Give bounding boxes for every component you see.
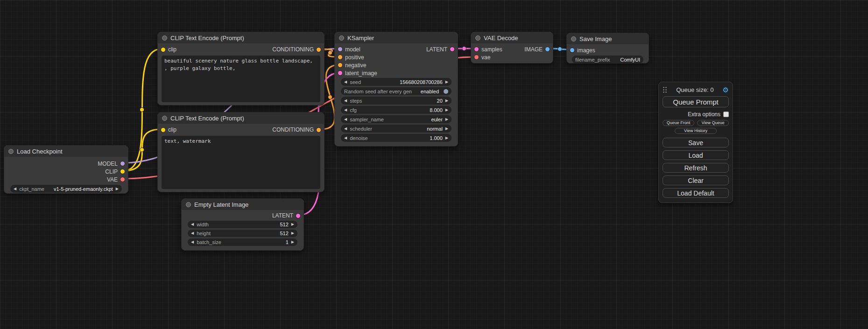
save-button[interactable]: Save <box>663 138 729 147</box>
input-slot-latent-image[interactable] <box>338 71 342 75</box>
queue-front-button[interactable]: Queue Front <box>663 120 694 126</box>
node-title-bar[interactable]: KSampler <box>335 32 458 43</box>
collapse-dot[interactable] <box>339 35 344 41</box>
widget-value: 512 <box>280 222 288 227</box>
node-title-bar[interactable]: CLIP Text Encode (Prompt) <box>158 112 324 124</box>
input-slot-negative[interactable] <box>338 63 342 67</box>
refresh-button[interactable]: Refresh <box>663 163 729 173</box>
random-seed-toggle-widget[interactable]: Random seed after every gen enabled <box>341 87 452 95</box>
output-slot-clip[interactable] <box>120 169 125 174</box>
cfg-widget[interactable]: ◀ cfg 8.000 ▶ <box>341 106 452 114</box>
decrement-arrow-icon[interactable]: ◀ <box>344 99 347 103</box>
node-title-bar[interactable]: Load Checkpoint <box>4 146 128 157</box>
output-slot-conditioning[interactable] <box>317 48 321 52</box>
output-label-conditioning: CONDITIONING <box>272 46 314 53</box>
steps-widget[interactable]: ◀ steps 20 ▶ <box>341 97 452 105</box>
seed-widget[interactable]: ◀ seed 156680208700286 ▶ <box>341 78 452 86</box>
increment-arrow-icon[interactable]: ▶ <box>445 127 448 131</box>
link-midpoint-dot[interactable] <box>558 47 562 51</box>
drag-handle-icon[interactable] <box>663 86 667 93</box>
link-midpoint-dot[interactable] <box>140 148 144 152</box>
collapse-dot[interactable] <box>186 202 191 207</box>
node-title-bar[interactable]: VAE Decode <box>471 32 553 43</box>
node-ksampler[interactable]: KSampler model LATENT positive negative <box>334 32 458 147</box>
increment-arrow-icon[interactable]: ▶ <box>445 108 448 112</box>
extra-options-label: Extra options <box>688 111 720 118</box>
decrement-arrow-icon[interactable]: ◀ <box>344 80 347 84</box>
batch-size-widget[interactable]: ◀ batch_size 1 ▶ <box>188 238 297 246</box>
toggle-dot[interactable] <box>444 89 448 94</box>
ckpt-name-widget[interactable]: ◀ ckpt_name v1-5-pruned-emaonly.ckpt ▶ <box>10 185 122 193</box>
decrement-arrow-icon[interactable]: ◀ <box>344 108 347 112</box>
output-slot-latent[interactable] <box>296 214 300 218</box>
decrement-arrow-icon[interactable]: ◀ <box>191 240 194 244</box>
link-midpoint-dot[interactable] <box>140 108 144 112</box>
scheduler-widget[interactable]: ◀ scheduler normal ▶ <box>341 125 452 133</box>
input-slot-clip[interactable] <box>161 48 165 52</box>
height-widget[interactable]: ◀ height 512 ▶ <box>188 230 297 237</box>
queue-prompt-button[interactable]: Queue Prompt <box>663 96 729 107</box>
input-label-vae: vae <box>481 54 490 61</box>
decrement-arrow-icon[interactable]: ◀ <box>344 127 347 131</box>
decrement-arrow-icon[interactable]: ◀ <box>191 231 194 235</box>
link-midpoint-dot[interactable] <box>462 47 466 51</box>
increment-arrow-icon[interactable]: ▶ <box>445 136 448 140</box>
view-history-button[interactable]: View History <box>675 128 717 134</box>
input-slot-model[interactable] <box>338 47 342 51</box>
output-slot-conditioning[interactable] <box>317 128 321 132</box>
width-widget[interactable]: ◀ width 512 ▶ <box>188 221 297 228</box>
increment-arrow-icon[interactable]: ▶ <box>291 231 294 235</box>
decrement-arrow-icon[interactable]: ◀ <box>344 136 347 140</box>
collapse-dot[interactable] <box>475 35 480 41</box>
node-clip-text-encode-negative[interactable]: CLIP Text Encode (Prompt) clip CONDITION… <box>157 112 325 192</box>
increment-arrow-icon[interactable]: ▶ <box>445 118 448 121</box>
output-slot-model[interactable] <box>120 161 125 166</box>
node-title-bar[interactable]: Empty Latent Image <box>182 199 303 210</box>
decrement-arrow-icon[interactable]: ◀ <box>14 187 16 191</box>
node-load-checkpoint[interactable]: Load Checkpoint MODEL CLIP VAE ◀ ckpt_na… <box>4 145 128 194</box>
settings-gear-icon[interactable]: ⚙ <box>723 86 729 93</box>
load-default-button[interactable]: Load Default <box>663 188 729 198</box>
widget-name: height <box>197 231 211 236</box>
node-title-bar[interactable]: Save Image <box>567 33 649 44</box>
node-empty-latent-image[interactable]: Empty Latent Image LATENT ◀ width 512 ▶ … <box>181 198 304 251</box>
positive-prompt-textarea[interactable]: beautiful scenery nature glass bottle la… <box>162 56 320 102</box>
input-slot-images[interactable] <box>570 48 574 52</box>
increment-arrow-icon[interactable]: ▶ <box>116 187 119 191</box>
increment-arrow-icon[interactable]: ▶ <box>291 240 294 244</box>
input-slot-positive[interactable] <box>338 55 342 59</box>
output-slot-image[interactable] <box>545 47 550 51</box>
input-slot-clip[interactable] <box>161 128 165 132</box>
collapse-dot[interactable] <box>571 36 576 42</box>
extra-options-checkbox[interactable] <box>723 112 729 117</box>
widget-name: seed <box>350 79 361 85</box>
filename-prefix-widget[interactable]: filename_prefix ComfyUI <box>572 56 643 63</box>
collapse-dot[interactable] <box>162 35 167 41</box>
output-slot-latent[interactable] <box>450 47 454 51</box>
collapse-dot[interactable] <box>162 116 167 121</box>
input-slot-vae[interactable] <box>474 55 479 59</box>
increment-arrow-icon[interactable]: ▶ <box>445 80 448 84</box>
negative-prompt-textarea[interactable]: text, watermark <box>162 136 320 189</box>
node-clip-text-encode-positive[interactable]: CLIP Text Encode (Prompt) clip CONDITION… <box>157 32 325 105</box>
link-midpoint-dot[interactable] <box>328 51 332 55</box>
node-title-bar[interactable]: CLIP Text Encode (Prompt) <box>158 32 324 43</box>
load-button[interactable]: Load <box>663 150 729 160</box>
widget-value: 1.000 <box>430 135 443 141</box>
decrement-arrow-icon[interactable]: ◀ <box>344 118 347 121</box>
increment-arrow-icon[interactable]: ▶ <box>291 223 294 226</box>
sampler-name-widget[interactable]: ◀ sampler_name euler ▶ <box>341 115 452 123</box>
increment-arrow-icon[interactable]: ▶ <box>445 99 448 103</box>
clear-button[interactable]: Clear <box>663 175 729 185</box>
node-graph-canvas[interactable]: Load Checkpoint MODEL CLIP VAE ◀ ckpt_na… <box>0 0 868 329</box>
collapse-dot[interactable] <box>8 149 14 154</box>
link-midpoint-dot[interactable] <box>328 95 332 99</box>
comfy-menu-panel[interactable]: Queue size: 0 ⚙ Queue Prompt Extra optio… <box>658 82 733 203</box>
decrement-arrow-icon[interactable]: ◀ <box>191 223 194 226</box>
node-save-image[interactable]: Save Image images filename_prefix ComfyU… <box>566 33 649 63</box>
node-vae-decode[interactable]: VAE Decode samples IMAGE vae <box>471 32 553 63</box>
view-queue-button[interactable]: View Queue <box>697 120 729 126</box>
output-slot-vae[interactable] <box>120 177 125 182</box>
denoise-widget[interactable]: ◀ denoise 1.000 ▶ <box>341 134 452 142</box>
input-slot-samples[interactable] <box>474 47 479 51</box>
